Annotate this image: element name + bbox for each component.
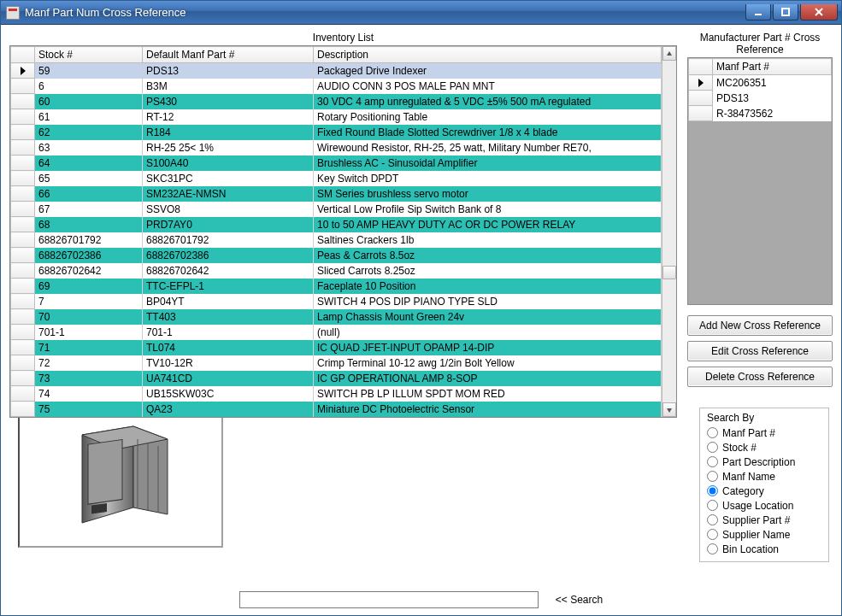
cell-manf-part[interactable]: UA741CD [143, 371, 314, 386]
cell-stock-num[interactable]: 68826702386 [35, 248, 143, 263]
table-row[interactable]: 60PS43030 VDC 4 amp unregulated & 5 VDC … [11, 94, 662, 109]
cell-description[interactable]: SM Series brushless servo motor [314, 186, 662, 202]
cell-description[interactable]: AUDIO CONN 3 POS MALE PAN MNT [314, 79, 662, 94]
cell-description[interactable]: Saltines Crackers 1lb [314, 232, 662, 248]
cell-description[interactable]: IC GP OPERATIONAL AMP 8-SOP [314, 371, 662, 386]
cell-description[interactable]: Faceplate 10 Position [314, 279, 662, 294]
table-row[interactable]: 6B3MAUDIO CONN 3 POS MALE PAN MNT [11, 79, 662, 94]
row-header[interactable] [11, 386, 35, 402]
cell-stock-num[interactable]: 65 [35, 171, 143, 186]
row-header[interactable] [11, 63, 35, 79]
cell-manf-part[interactable]: PS430 [143, 94, 314, 109]
scroll-thumb[interactable] [662, 266, 676, 279]
inventory-grid[interactable]: Stock # Default Manf Part # Description … [9, 45, 677, 418]
search-by-radio[interactable] [707, 529, 718, 540]
cell-stock-num[interactable]: 67 [35, 202, 143, 217]
table-row[interactable]: 70TT403Lamp Chassis Mount Green 24v [11, 309, 662, 325]
row-header[interactable] [11, 94, 35, 109]
search-by-radio[interactable] [707, 500, 718, 511]
row-header[interactable] [689, 75, 713, 91]
search-by-option[interactable]: Supplier Name [707, 527, 821, 542]
search-by-option[interactable]: Usage Location [707, 498, 821, 513]
delete-cross-ref-button[interactable]: Delete Cross Reference [687, 367, 833, 387]
table-row[interactable]: 67SSVO8Vertical Low Profile Sip Switch B… [11, 202, 662, 217]
cell-manf-part[interactable]: RT-12 [143, 109, 314, 125]
cell-manf-part[interactable]: SSVO8 [143, 202, 314, 217]
cell-manf-part[interactable]: SKC31PC [143, 171, 314, 186]
cell-manf-part[interactable]: MC206351 [713, 75, 832, 91]
row-header[interactable] [11, 171, 35, 186]
cell-manf-part[interactable]: S100A40 [143, 155, 314, 171]
cell-stock-num[interactable]: 75 [35, 402, 143, 417]
row-header[interactable] [11, 340, 35, 355]
scroll-down-button[interactable] [662, 402, 676, 417]
cell-description[interactable]: Sliced Carrots 8.25oz [314, 263, 662, 279]
cell-stock-num[interactable]: 63 [35, 140, 143, 155]
table-row[interactable]: PDS13 [689, 91, 832, 106]
cell-manf-part[interactable]: TL074 [143, 340, 314, 355]
cell-description[interactable]: SWITCH PB LP ILLUM SPDT MOM RED [314, 386, 662, 402]
search-by-option[interactable]: Manf Name [707, 469, 821, 484]
search-by-radio[interactable] [707, 543, 718, 554]
cell-description[interactable]: Vertical Low Profile Sip Switch Bank of … [314, 202, 662, 217]
cell-description[interactable]: 10 to 50 AMP HEAVY DUTY AC OR DC POWER R… [314, 217, 662, 232]
crossref-grid[interactable]: Manf Part # MC206351PDS13R-38473562 [687, 57, 833, 305]
table-row[interactable]: 74UB15SKW03CSWITCH PB LP ILLUM SPDT MOM … [11, 386, 662, 402]
row-header[interactable] [11, 279, 35, 294]
col-manf-part-crossref[interactable]: Manf Part # [713, 59, 832, 75]
cell-description[interactable]: Packaged Drive Indexer [314, 63, 662, 79]
row-header[interactable] [689, 106, 713, 121]
cell-manf-part[interactable]: PDS13 [713, 91, 832, 106]
cell-description[interactable]: Miniature DC Photoelectric Sensor [314, 402, 662, 417]
cell-manf-part[interactable]: 68826701792 [143, 232, 314, 248]
row-header[interactable] [11, 294, 35, 309]
row-header[interactable] [11, 371, 35, 386]
cell-description[interactable]: Lamp Chassis Mount Green 24v [314, 309, 662, 325]
table-row[interactable]: 68PRD7AY010 to 50 AMP HEAVY DUTY AC OR D… [11, 217, 662, 232]
cell-stock-num[interactable]: 701-1 [35, 325, 143, 340]
row-header-corner[interactable] [11, 47, 35, 63]
table-row[interactable]: 6882670264268826702642Sliced Carrots 8.2… [11, 263, 662, 279]
maximize-button[interactable] [773, 4, 798, 21]
cell-manf-part[interactable]: PRD7AY0 [143, 217, 314, 232]
table-row[interactable]: 66SM232AE-NMSNSM Series brushless servo … [11, 186, 662, 202]
cell-manf-part[interactable]: TTC-EFPL-1 [143, 279, 314, 294]
table-row[interactable]: 75QA23Miniature DC Photoelectric Sensor [11, 402, 662, 417]
row-header[interactable] [11, 309, 35, 325]
table-row[interactable]: 63RH-25 25< 1%Wirewound Resistor, RH-25,… [11, 140, 662, 155]
cell-manf-part[interactable]: PDS13 [143, 63, 314, 79]
table-row[interactable]: R-38473562 [689, 106, 832, 121]
row-header[interactable] [11, 325, 35, 340]
search-by-option[interactable]: Supplier Part # [707, 513, 821, 527]
cell-stock-num[interactable]: 74 [35, 386, 143, 402]
inventory-scrollbar[interactable] [662, 46, 676, 417]
search-by-option[interactable]: Category [707, 484, 821, 498]
search-by-radio[interactable] [707, 442, 718, 453]
cell-description[interactable]: SWITCH 4 POS DIP PIANO TYPE SLD [314, 294, 662, 309]
row-header[interactable] [11, 79, 35, 94]
row-header[interactable] [11, 186, 35, 202]
table-row[interactable]: 69TTC-EFPL-1Faceplate 10 Position [11, 279, 662, 294]
cell-description[interactable]: Key Switch DPDT [314, 171, 662, 186]
close-button[interactable] [800, 4, 838, 21]
cell-description[interactable]: Rotary Positioning Table [314, 109, 662, 125]
cell-manf-part[interactable]: UB15SKW03C [143, 386, 314, 402]
cell-stock-num[interactable]: 59 [35, 63, 143, 79]
scroll-track[interactable] [662, 61, 676, 402]
row-header[interactable] [11, 140, 35, 155]
row-header[interactable] [11, 109, 35, 125]
cell-manf-part[interactable]: 701-1 [143, 325, 314, 340]
row-header[interactable] [11, 217, 35, 232]
cell-stock-num[interactable]: 62 [35, 125, 143, 140]
table-row[interactable]: 6882670179268826701792Saltines Crackers … [11, 232, 662, 248]
search-input[interactable] [239, 591, 539, 608]
table-row[interactable]: MC206351 [689, 75, 832, 91]
cell-manf-part[interactable]: 68826702642 [143, 263, 314, 279]
cell-stock-num[interactable]: 71 [35, 340, 143, 355]
table-row[interactable]: 7BP04YTSWITCH 4 POS DIP PIANO TYPE SLD [11, 294, 662, 309]
table-row[interactable]: 71TL074IC QUAD JFET-INPUT OPAMP 14-DIP [11, 340, 662, 355]
row-header[interactable] [11, 232, 35, 248]
row-header[interactable] [11, 263, 35, 279]
cell-manf-part[interactable]: TV10-12R [143, 355, 314, 371]
cell-description[interactable]: Brushless AC - Sinusoidal Amplifier [314, 155, 662, 171]
